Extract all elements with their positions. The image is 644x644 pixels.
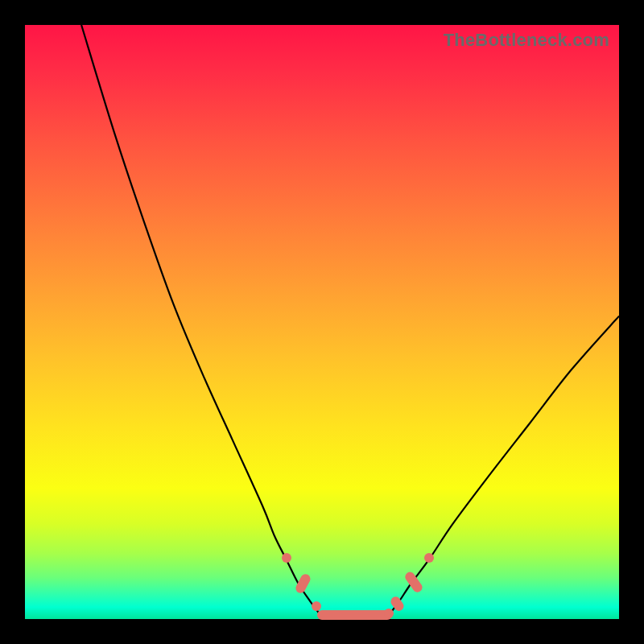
plot-area: TheBottleneck.com — [25, 25, 619, 619]
marker-dot — [384, 609, 394, 618]
curve-layer — [25, 25, 619, 619]
marker-dot — [312, 601, 321, 611]
curve-left — [81, 25, 319, 613]
marker-dot — [282, 553, 291, 563]
chart-frame: TheBottleneck.com — [0, 0, 644, 644]
floor-segment — [317, 610, 392, 620]
curve-right — [390, 316, 619, 613]
marker-dot — [424, 553, 434, 563]
